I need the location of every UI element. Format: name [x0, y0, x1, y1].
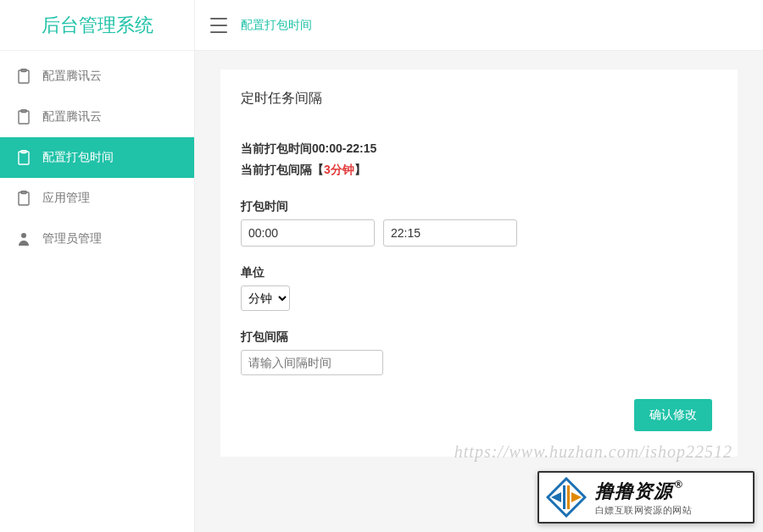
svg-rect-11	[567, 485, 570, 509]
bracket-open: 【	[312, 163, 324, 176]
main-area: 配置打包时间 定时任务间隔 当前打包时间00:00-22:15 当前打包间隔【3…	[195, 0, 763, 532]
svg-rect-0	[19, 70, 29, 83]
breadcrumb: 配置打包时间	[241, 18, 312, 33]
watermark-text: https://www.huzhan.com/ishop22512	[454, 442, 732, 462]
svg-rect-4	[19, 152, 29, 164]
time-end-input[interactable]	[383, 219, 517, 247]
time-group: 打包时间	[241, 199, 717, 247]
unit-group: 单位 分钟	[241, 265, 717, 311]
clipboard-icon	[17, 151, 31, 164]
unit-select[interactable]: 分钟	[241, 285, 290, 311]
sidebar-item-tencent-cloud-1[interactable]: 配置腾讯云	[0, 56, 194, 97]
brand-logo-icon	[546, 477, 587, 518]
menu-toggle-icon[interactable]	[210, 18, 227, 33]
svg-rect-2	[19, 111, 29, 124]
sidebar-item-label: 配置腾讯云	[42, 109, 102, 125]
submit-button[interactable]: 确认修改	[634, 399, 712, 431]
sidebar-item-tencent-cloud-2[interactable]: 配置腾讯云	[0, 97, 194, 137]
brand-badge: 撸撸资源 ® 白嫖互联网资源的网站	[537, 471, 755, 524]
sidebar-menu: 配置腾讯云 配置腾讯云 配置打包时间 应用管理	[0, 51, 194, 259]
settings-card: 定时任务间隔 当前打包时间00:00-22:15 当前打包间隔【3分钟】 打包时…	[220, 69, 738, 457]
content: 定时任务间隔 当前打包时间00:00-22:15 当前打包间隔【3分钟】 打包时…	[195, 51, 763, 532]
brand-tagline: 白嫖互联网资源的网站	[595, 504, 692, 517]
sidebar-item-app-manage[interactable]: 应用管理	[0, 178, 194, 219]
sidebar-item-admin-manage[interactable]: 管理员管理	[0, 219, 194, 259]
card-title: 定时任务间隔	[241, 90, 717, 108]
svg-point-8	[21, 233, 26, 238]
brand-name: 撸撸资源	[595, 479, 673, 504]
time-start-input[interactable]	[241, 219, 375, 247]
current-time-value: 00:00-22:15	[312, 141, 376, 155]
sidebar-item-label: 应用管理	[42, 191, 90, 206]
brand-reg-mark: ®	[675, 479, 683, 490]
sidebar-item-label: 管理员管理	[42, 231, 102, 247]
svg-rect-10	[563, 485, 565, 509]
current-time-line: 当前打包时间00:00-22:15	[241, 138, 717, 159]
unit-label: 单位	[241, 265, 717, 280]
current-interval-line: 当前打包间隔【3分钟】	[241, 159, 717, 180]
current-interval-label: 当前打包间隔	[241, 163, 312, 176]
sidebar-item-package-time[interactable]: 配置打包时间	[0, 137, 194, 178]
current-interval-value: 3分钟	[324, 163, 354, 176]
clipboard-icon	[17, 110, 31, 124]
topbar: 配置打包时间	[195, 0, 763, 51]
clipboard-icon	[17, 191, 31, 205]
current-time-label: 当前打包时间	[241, 141, 312, 155]
time-label: 打包时间	[241, 199, 717, 214]
sidebar-item-label: 配置打包时间	[42, 150, 114, 165]
svg-rect-6	[19, 192, 29, 205]
current-info: 当前打包时间00:00-22:15 当前打包间隔【3分钟】	[241, 138, 717, 180]
sidebar: 后台管理系统 配置腾讯云 配置腾讯云 配置打包时间	[0, 0, 195, 532]
sidebar-item-label: 配置腾讯云	[42, 69, 102, 84]
user-icon	[17, 232, 31, 246]
app-logo: 后台管理系统	[0, 0, 194, 51]
interval-group: 打包间隔	[241, 330, 717, 375]
interval-label: 打包间隔	[241, 330, 717, 345]
interval-input[interactable]	[241, 350, 383, 375]
clipboard-icon	[17, 69, 31, 83]
bracket-close: 】	[354, 163, 366, 176]
